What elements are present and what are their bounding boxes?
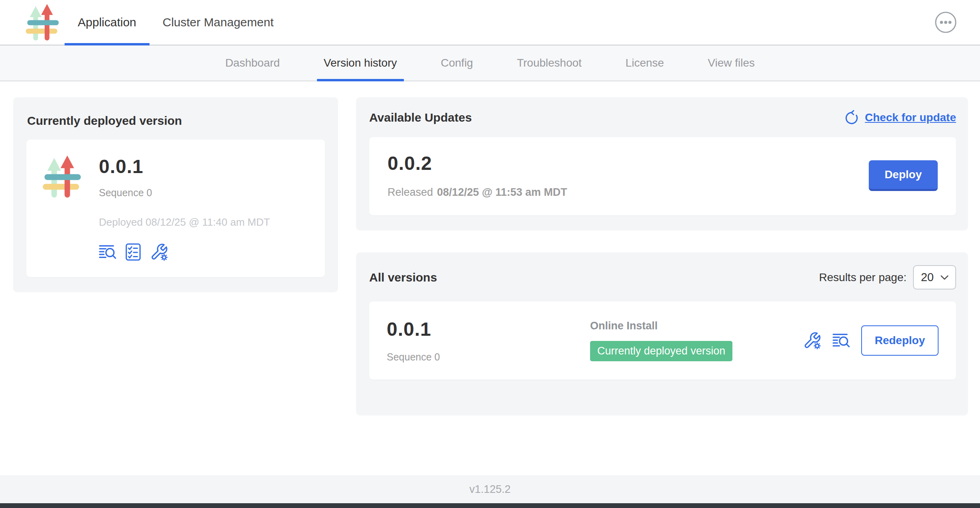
redeploy-button[interactable]: Redeploy <box>861 325 939 356</box>
deployed-version-info: 0.0.1 Sequence 0 Deployed 08/12/25 @ 11:… <box>99 156 270 261</box>
deployed-sequence: Sequence 0 <box>99 187 270 199</box>
deployed-version-number: 0.0.1 <box>99 156 270 177</box>
deployed-card-title: Currently deployed version <box>27 114 325 128</box>
bottom-edge-bar <box>0 503 980 508</box>
app-subnav: Dashboard Version history Config Trouble… <box>0 45 980 81</box>
tab-application[interactable]: Application <box>65 0 150 45</box>
row-sequence: Sequence 0 <box>387 351 590 363</box>
tab-dashboard[interactable]: Dashboard <box>203 45 302 81</box>
check-for-update-label: Check for update <box>865 111 956 124</box>
results-per-page-label: Results per page: <box>819 271 906 284</box>
tab-view-files[interactable]: View files <box>686 45 777 81</box>
chevron-down-icon <box>940 275 949 280</box>
deploy-button[interactable]: Deploy <box>869 160 938 191</box>
logs-icon[interactable] <box>832 332 850 349</box>
results-per-page-select[interactable]: 20 <box>913 265 956 289</box>
tab-cluster-management[interactable]: Cluster Management <box>150 0 287 45</box>
refresh-icon <box>844 110 859 125</box>
console-version-label: v1.125.2 <box>469 483 511 496</box>
main-content: Currently deployed version 0.0.1 Sequenc… <box>0 81 980 475</box>
results-per-page-value: 20 <box>921 271 934 284</box>
available-updates-title: Available Updates <box>369 111 472 124</box>
app-logo-icon <box>24 4 61 41</box>
version-row-status: Online Install Currently deployed versio… <box>590 320 732 361</box>
version-row: 0.0.1 Sequence 0 Online Install Currentl… <box>369 301 956 380</box>
update-row: 0.0.2 Released08/12/25 @ 11:53 am MDT De… <box>369 137 956 215</box>
update-version-number: 0.0.2 <box>388 152 567 174</box>
update-released-line: Released08/12/25 @ 11:53 am MDT <box>388 186 567 199</box>
version-row-info: 0.0.1 Sequence 0 <box>387 318 590 363</box>
released-label: Released <box>388 186 433 198</box>
right-column: Available Updates Check for update 0.0.2 <box>356 97 968 415</box>
logs-icon[interactable] <box>99 243 116 261</box>
deployed-timestamp: Deployed 08/12/25 @ 11:40 am MDT <box>99 216 270 228</box>
results-per-page-group: Results per page: 20 <box>819 265 956 289</box>
deployed-version-panel: 0.0.1 Sequence 0 Deployed 08/12/25 @ 11:… <box>26 140 325 277</box>
preflight-checks-icon[interactable] <box>124 243 142 261</box>
currently-deployed-card: Currently deployed version 0.0.1 Sequenc… <box>13 97 338 292</box>
version-row-actions: Redeploy <box>803 325 939 356</box>
ellipsis-menu-icon[interactable] <box>934 11 957 34</box>
row-version-number: 0.0.1 <box>387 318 590 340</box>
check-for-update-link[interactable]: Check for update <box>844 110 956 125</box>
all-versions-card: All versions Results per page: 20 0.0.1 … <box>356 252 968 415</box>
top-header: Application Cluster Management <box>0 0 980 45</box>
tab-troubleshoot[interactable]: Troubleshoot <box>495 45 603 81</box>
tab-license[interactable]: License <box>604 45 686 81</box>
app-logo-icon <box>41 156 83 198</box>
edit-config-icon[interactable] <box>150 243 168 261</box>
edit-config-icon[interactable] <box>803 331 821 350</box>
currently-deployed-badge: Currently deployed version <box>590 341 732 361</box>
install-type-label: Online Install <box>590 320 732 332</box>
update-info: 0.0.2 Released08/12/25 @ 11:53 am MDT <box>388 152 567 199</box>
page-footer: v1.125.2 <box>0 475 980 503</box>
available-updates-card: Available Updates Check for update 0.0.2 <box>356 97 968 230</box>
tab-version-history[interactable]: Version history <box>302 45 419 81</box>
deployed-action-icons <box>99 243 270 261</box>
all-versions-title: All versions <box>369 271 437 284</box>
header-tabs: Application Cluster Management <box>65 0 287 45</box>
tab-config[interactable]: Config <box>419 45 495 81</box>
released-timestamp: 08/12/25 @ 11:53 am MDT <box>437 186 567 198</box>
